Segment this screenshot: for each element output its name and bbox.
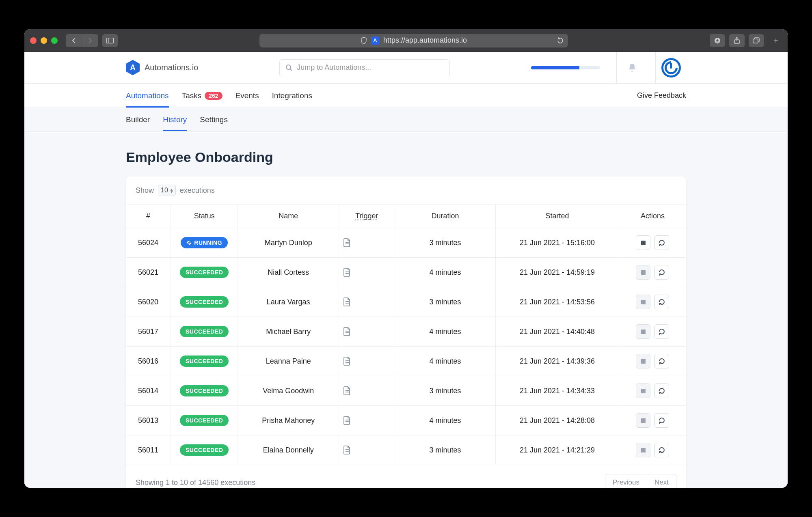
cell-trigger[interactable] — [339, 376, 395, 406]
cell-duration: 4 minutes — [395, 406, 495, 435]
per-page-select[interactable]: 10 ▴▾ — [158, 185, 176, 196]
usage-progress-fill — [531, 66, 579, 69]
global-search[interactable] — [279, 59, 450, 76]
stop-button — [636, 265, 650, 280]
cell-actions — [619, 258, 686, 287]
col-status[interactable]: Status — [171, 205, 238, 228]
status-text: SUCCEEDED — [186, 447, 223, 453]
executions-label: executions — [180, 186, 215, 195]
give-feedback-link[interactable]: Give Feedback — [637, 91, 686, 100]
gear-icon — [186, 240, 192, 246]
cell-trigger[interactable] — [339, 435, 395, 465]
previous-button[interactable]: Previous — [605, 474, 647, 488]
forward-button[interactable] — [82, 34, 98, 47]
table-row: 56014SUCCEEDEDVelma Goodwin3 minutes21 J… — [126, 376, 686, 406]
cell-status: SUCCEEDED — [171, 406, 238, 435]
col-duration[interactable]: Duration — [395, 205, 495, 228]
document-icon — [343, 416, 391, 425]
col-trigger[interactable]: Trigger — [339, 205, 395, 228]
stop-button[interactable] — [636, 235, 650, 250]
search-input[interactable] — [297, 63, 444, 72]
sidebar-toggle-button[interactable] — [102, 34, 118, 47]
stop-button — [636, 383, 650, 398]
col-started[interactable]: Started — [496, 205, 619, 228]
status-badge: SUCCEEDED — [180, 326, 229, 337]
downloads-button[interactable] — [710, 34, 725, 47]
new-tab-button[interactable]: ＋ — [770, 34, 782, 47]
cell-id: 56014 — [126, 376, 171, 406]
svg-rect-6 — [753, 39, 758, 43]
stop-icon — [641, 418, 646, 423]
account-button[interactable] — [655, 52, 686, 84]
chrome-right-controls: ＋ — [710, 34, 782, 47]
subnav-settings[interactable]: Settings — [200, 108, 228, 131]
close-window-button[interactable] — [30, 37, 37, 44]
share-button[interactable] — [729, 34, 745, 47]
tasks-count-badge: 262 — [205, 92, 222, 100]
reload-icon[interactable] — [557, 37, 564, 44]
stop-button — [636, 443, 650, 457]
address-bar[interactable]: A https://app.automations.io — [259, 34, 568, 47]
tabs-button[interactable] — [749, 34, 764, 47]
nav-events[interactable]: Events — [235, 84, 259, 108]
privacy-shield-icon — [361, 37, 367, 44]
subnav-history[interactable]: History — [163, 108, 187, 131]
cell-duration: 4 minutes — [395, 258, 495, 287]
reload-icon — [658, 328, 665, 335]
subnav-builder[interactable]: Builder — [126, 108, 150, 131]
cell-trigger[interactable] — [339, 258, 395, 287]
table-row: 56013SUCCEEDEDPrisha Mahoney4 minutes21 … — [126, 406, 686, 435]
stop-button — [636, 413, 650, 428]
minimize-window-button[interactable] — [41, 37, 47, 44]
reload-icon — [658, 387, 665, 394]
col-id[interactable]: # — [126, 205, 171, 228]
rerun-button[interactable] — [654, 235, 669, 250]
rerun-button[interactable] — [654, 413, 669, 428]
rerun-button[interactable] — [654, 443, 669, 457]
maximize-window-button[interactable] — [51, 37, 58, 44]
rerun-button[interactable] — [654, 324, 669, 339]
cell-duration: 3 minutes — [395, 228, 495, 258]
cell-trigger[interactable] — [339, 317, 395, 347]
reload-icon — [658, 358, 665, 365]
cell-trigger[interactable] — [339, 347, 395, 376]
rerun-button[interactable] — [654, 354, 669, 368]
rerun-button[interactable] — [654, 265, 669, 280]
executions-card: Show 10 ▴▾ executions # S — [126, 177, 686, 488]
table-row: 56016SUCCEEDEDLeanna Paine4 minutes21 Ju… — [126, 347, 686, 376]
cell-name: Laura Vargas — [238, 287, 339, 317]
nav-tasks[interactable]: Tasks262 — [182, 84, 222, 108]
notifications-button[interactable] — [616, 52, 647, 84]
nav-label: Tasks — [182, 91, 202, 100]
status-badge: SUCCEEDED — [180, 355, 229, 367]
cell-started: 21 Jun 2021 - 14:53:56 — [496, 287, 619, 317]
nav-automations[interactable]: Automations — [126, 84, 169, 108]
cell-duration: 3 minutes — [395, 435, 495, 465]
page-title: Employee Onboarding — [126, 149, 686, 165]
status-text: RUNNING — [194, 239, 222, 246]
rerun-button[interactable] — [654, 383, 669, 398]
stop-icon — [641, 389, 646, 393]
svg-rect-0 — [107, 38, 114, 43]
cell-duration: 4 minutes — [395, 317, 495, 347]
cell-status: SUCCEEDED — [171, 435, 238, 465]
stop-button — [636, 324, 650, 339]
next-button[interactable]: Next — [647, 474, 676, 488]
cell-duration: 3 minutes — [395, 376, 495, 406]
cell-trigger[interactable] — [339, 228, 395, 258]
showing-summary: Showing 1 to 10 of 14560 executions — [136, 478, 255, 487]
nav-integrations[interactable]: Integrations — [272, 84, 312, 108]
document-icon — [343, 356, 391, 366]
cell-name: Elaina Donnelly — [238, 435, 339, 465]
col-name[interactable]: Name — [238, 205, 339, 228]
cell-started: 21 Jun 2021 - 14:59:19 — [496, 258, 619, 287]
per-page-value: 10 — [161, 187, 168, 194]
secondary-nav: BuilderHistorySettings — [24, 108, 788, 131]
rerun-button[interactable] — [654, 295, 669, 309]
cell-name: Leanna Paine — [238, 347, 339, 376]
cell-name: Michael Barry — [238, 317, 339, 347]
brand[interactable]: A Automations.io — [126, 60, 198, 75]
back-button[interactable] — [66, 34, 82, 47]
cell-trigger[interactable] — [339, 287, 395, 317]
cell-trigger[interactable] — [339, 406, 395, 435]
